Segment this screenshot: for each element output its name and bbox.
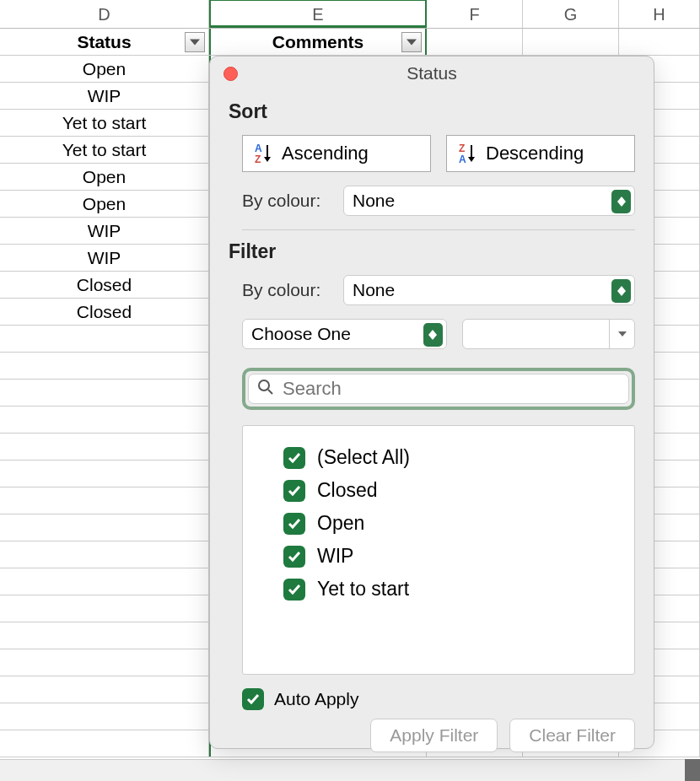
filter-value-select[interactable]	[462, 319, 636, 349]
sort-ascending-button[interactable]: A Z Ascending	[242, 135, 431, 172]
cell[interactable]	[0, 649, 209, 676]
cell[interactable]	[0, 703, 209, 730]
cell[interactable]	[0, 676, 209, 703]
cell[interactable]	[0, 622, 209, 649]
sort-ascending-label: Ascending	[282, 143, 369, 164]
vertical-scrollbar-thumb[interactable]	[685, 759, 700, 781]
search-field-container	[242, 368, 635, 410]
header-row: Status Comments	[0, 29, 700, 56]
cell[interactable]	[0, 407, 209, 433]
filter-item-label: WIP	[317, 545, 353, 568]
cell[interactable]	[427, 29, 523, 55]
filter-item-wip[interactable]: WIP	[283, 545, 594, 568]
filter-sort-popup: Status Sort A Z Ascending Z	[209, 56, 654, 749]
svg-text:A: A	[255, 143, 262, 154]
auto-apply-checkbox[interactable]: Auto Apply	[242, 688, 635, 710]
choose-one-value: Choose One	[251, 324, 351, 344]
close-icon[interactable]	[223, 67, 238, 81]
filter-dropdown-button[interactable]	[401, 32, 422, 52]
header-comments-cell[interactable]: Comments	[209, 29, 427, 55]
header-status-cell[interactable]: Status	[0, 29, 209, 55]
filter-by-colour-label: By colour:	[242, 280, 331, 300]
filter-by-colour-select[interactable]: None	[343, 275, 635, 305]
cell[interactable]	[0, 461, 209, 487]
filter-section-title: Filter	[229, 240, 635, 263]
col-header-g[interactable]: G	[523, 0, 619, 28]
svg-point-6	[259, 380, 269, 390]
chevron-down-icon	[609, 320, 634, 348]
cell[interactable]: Closed	[0, 272, 209, 298]
filter-item-label: Yet to start	[317, 578, 409, 601]
cell[interactable]: Yet to start	[0, 110, 209, 136]
cell[interactable]: Closed	[0, 299, 209, 325]
svg-text:Z: Z	[255, 154, 261, 164]
cell[interactable]: Open	[0, 164, 209, 190]
cell[interactable]: WIP	[0, 218, 209, 244]
cell[interactable]	[523, 29, 619, 55]
stepper-icon	[611, 190, 631, 213]
col-header-h[interactable]: H	[619, 0, 700, 28]
filter-values-list: (Select All) Closed Open WIP Yet to star…	[242, 425, 635, 675]
choose-one-select[interactable]: Choose One	[242, 319, 447, 349]
filter-item-yet-to-start[interactable]: Yet to start	[283, 578, 594, 601]
cell[interactable]	[0, 326, 209, 352]
cell[interactable]: Open	[0, 191, 209, 217]
popup-title: Status	[407, 63, 457, 83]
cell[interactable]: WIP	[0, 245, 209, 271]
cell[interactable]	[0, 568, 209, 595]
checkbox-checked-icon	[283, 513, 305, 535]
filter-item-label: Open	[317, 512, 364, 535]
filter-item-open[interactable]: Open	[283, 512, 594, 535]
sort-descending-label: Descending	[486, 143, 584, 164]
col-header-d[interactable]: D	[0, 0, 209, 28]
col-header-f[interactable]: F	[427, 0, 523, 28]
cell[interactable]	[0, 487, 209, 514]
filter-item-label: Closed	[317, 479, 378, 502]
cell[interactable]: Yet to start	[0, 137, 209, 163]
apply-filter-button[interactable]: Apply Filter	[370, 719, 498, 752]
cell[interactable]	[0, 434, 209, 460]
filter-item-label: (Select All)	[317, 446, 410, 469]
cell[interactable]	[0, 514, 209, 541]
cell[interactable]	[0, 541, 209, 568]
cell[interactable]: WIP	[0, 83, 209, 109]
popup-titlebar: Status	[210, 57, 654, 90]
sort-za-icon: Z A	[459, 143, 479, 164]
svg-text:A: A	[459, 154, 466, 164]
filter-item-closed[interactable]: Closed	[283, 479, 594, 502]
divider	[242, 229, 635, 230]
checkbox-checked-icon	[283, 480, 305, 502]
cell[interactable]	[0, 730, 209, 757]
col-header-e[interactable]: E	[209, 0, 427, 28]
cell[interactable]	[0, 353, 209, 379]
sort-descending-button[interactable]: Z A Descending	[446, 135, 635, 172]
clear-filter-button[interactable]: Clear Filter	[509, 719, 635, 752]
search-input[interactable]	[283, 378, 620, 400]
cell[interactable]	[0, 595, 209, 622]
cell[interactable]	[619, 29, 700, 55]
checkbox-checked-icon	[242, 688, 264, 710]
stepper-icon	[423, 323, 443, 347]
sort-az-icon: A Z	[255, 143, 275, 164]
auto-apply-label: Auto Apply	[274, 689, 358, 709]
filter-dropdown-button[interactable]	[185, 32, 205, 52]
column-headers-row: D E F G H	[0, 0, 700, 29]
checkbox-checked-icon	[283, 447, 305, 469]
svg-line-7	[268, 390, 272, 394]
stepper-icon	[611, 279, 631, 303]
filter-item-select-all[interactable]: (Select All)	[283, 446, 594, 469]
svg-text:Z: Z	[459, 143, 465, 154]
sort-section-title: Sort	[229, 100, 635, 123]
checkbox-checked-icon	[283, 579, 305, 601]
sort-by-colour-select[interactable]: None	[343, 186, 635, 216]
search-icon	[257, 379, 274, 399]
cell[interactable]	[0, 380, 209, 406]
checkbox-checked-icon	[283, 546, 305, 568]
sort-by-colour-label: By colour:	[242, 191, 331, 211]
sort-by-colour-value: None	[353, 191, 395, 211]
cell[interactable]: Open	[0, 56, 209, 82]
filter-by-colour-value: None	[353, 280, 395, 300]
